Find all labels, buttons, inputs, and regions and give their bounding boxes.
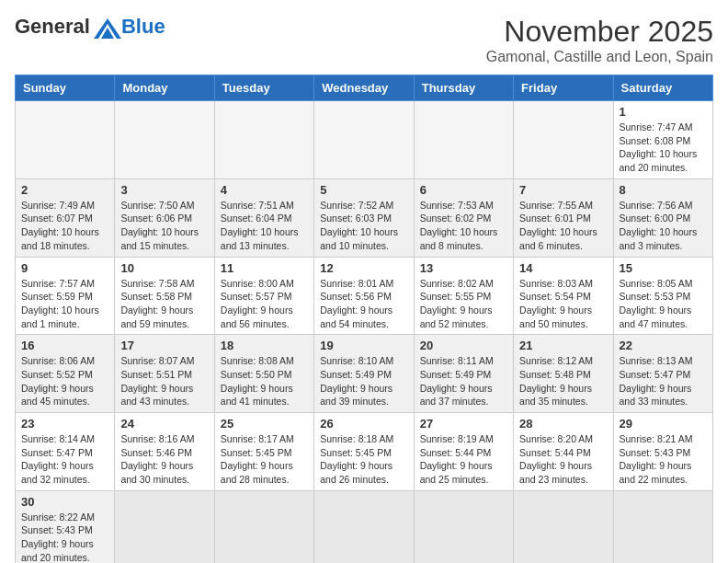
day-info: Sunrise: 8:11 AM Sunset: 5:49 PM Dayligh…: [420, 354, 507, 408]
day-number: 14: [519, 261, 607, 275]
calendar-cell: [414, 490, 513, 563]
day-info: Sunrise: 8:13 AM Sunset: 5:47 PM Dayligh…: [620, 354, 707, 408]
day-number: 24: [120, 417, 208, 431]
day-info: Sunrise: 8:14 AM Sunset: 5:47 PM Dayligh…: [21, 432, 108, 487]
day-info: Sunrise: 7:55 AM Sunset: 6:01 PM Dayligh…: [519, 199, 607, 253]
calendar-cell: 19Sunrise: 8:10 AM Sunset: 5:49 PM Dayli…: [314, 335, 414, 413]
calendar-cell: [214, 101, 313, 179]
day-info: Sunrise: 8:07 AM Sunset: 5:51 PM Dayligh…: [120, 354, 208, 408]
day-info: Sunrise: 7:56 AM Sunset: 6:00 PM Dayligh…: [620, 199, 707, 253]
calendar-table: SundayMondayTuesdayWednesdayThursdayFrid…: [15, 75, 713, 563]
day-number: 25: [221, 417, 308, 431]
calendar-cell: 23Sunrise: 8:14 AM Sunset: 5:47 PM Dayli…: [16, 413, 115, 491]
calendar-row: 1Sunrise: 7:47 AM Sunset: 6:08 PM Daylig…: [16, 101, 713, 179]
day-info: Sunrise: 8:12 AM Sunset: 5:48 PM Dayligh…: [519, 354, 607, 408]
calendar-cell: 10Sunrise: 7:58 AM Sunset: 5:58 PM Dayli…: [115, 257, 214, 335]
calendar-cell: 6Sunrise: 7:53 AM Sunset: 6:02 PM Daylig…: [414, 178, 513, 257]
calendar-cell: 17Sunrise: 8:07 AM Sunset: 5:51 PM Dayli…: [115, 335, 214, 413]
calendar-cell: 12Sunrise: 8:01 AM Sunset: 5:56 PM Dayli…: [314, 257, 414, 335]
day-number: 5: [320, 183, 407, 197]
calendar-cell: 21Sunrise: 8:12 AM Sunset: 5:48 PM Dayli…: [514, 335, 613, 413]
calendar-cell: 30Sunrise: 8:22 AM Sunset: 5:43 PM Dayli…: [16, 490, 115, 563]
day-number: 3: [120, 183, 208, 197]
calendar-cell: 20Sunrise: 8:11 AM Sunset: 5:49 PM Dayli…: [414, 335, 513, 413]
calendar-cell: 13Sunrise: 8:02 AM Sunset: 5:55 PM Dayli…: [414, 257, 513, 335]
calendar-cell: 28Sunrise: 8:20 AM Sunset: 5:44 PM Dayli…: [514, 413, 613, 491]
logo-general-text: General: [15, 15, 90, 39]
calendar-cell: 24Sunrise: 8:16 AM Sunset: 5:46 PM Dayli…: [115, 413, 214, 491]
calendar-cell: 27Sunrise: 8:19 AM Sunset: 5:44 PM Dayli…: [414, 413, 513, 491]
weekday-header: Monday: [115, 75, 214, 101]
day-number: 1: [620, 105, 707, 119]
day-number: 27: [420, 417, 507, 431]
day-info: Sunrise: 7:58 AM Sunset: 5:58 PM Dayligh…: [120, 277, 208, 331]
title-area: November 2025 Gamonal, Castille and Leon…: [486, 15, 713, 65]
day-number: 12: [320, 261, 407, 275]
day-number: 9: [21, 261, 108, 275]
day-info: Sunrise: 8:05 AM Sunset: 5:53 PM Dayligh…: [620, 277, 707, 331]
calendar-cell: 22Sunrise: 8:13 AM Sunset: 5:47 PM Dayli…: [613, 335, 712, 413]
calendar-cell: 1Sunrise: 7:47 AM Sunset: 6:08 PM Daylig…: [613, 101, 712, 179]
day-number: 16: [21, 339, 108, 352]
logo-blue-text: Blue: [121, 15, 165, 39]
calendar-cell: [16, 101, 115, 179]
day-number: 22: [620, 339, 707, 352]
day-number: 23: [21, 417, 108, 431]
calendar-cell: 7Sunrise: 7:55 AM Sunset: 6:01 PM Daylig…: [514, 178, 613, 257]
day-number: 26: [320, 417, 407, 431]
day-number: 19: [320, 339, 407, 352]
calendar-cell: 5Sunrise: 7:52 AM Sunset: 6:03 PM Daylig…: [314, 178, 414, 257]
day-info: Sunrise: 8:16 AM Sunset: 5:46 PM Dayligh…: [120, 432, 208, 487]
weekday-header: Wednesday: [314, 75, 414, 101]
calendar-cell: 25Sunrise: 8:17 AM Sunset: 5:45 PM Dayli…: [214, 413, 313, 491]
weekday-header: Tuesday: [214, 75, 313, 101]
calendar-cell: 9Sunrise: 7:57 AM Sunset: 5:59 PM Daylig…: [16, 257, 115, 335]
calendar-cell: [314, 101, 414, 179]
day-number: 29: [620, 417, 707, 431]
weekday-header: Friday: [514, 75, 613, 101]
calendar-cell: [115, 101, 214, 179]
calendar-cell: 2Sunrise: 7:49 AM Sunset: 6:07 PM Daylig…: [16, 178, 115, 257]
calendar-cell: 26Sunrise: 8:18 AM Sunset: 5:45 PM Dayli…: [314, 413, 414, 491]
day-number: 21: [519, 339, 607, 352]
day-number: 8: [620, 183, 707, 197]
day-info: Sunrise: 8:01 AM Sunset: 5:56 PM Dayligh…: [320, 277, 407, 331]
calendar-row: 16Sunrise: 8:06 AM Sunset: 5:52 PM Dayli…: [16, 335, 713, 413]
calendar-row: 30Sunrise: 8:22 AM Sunset: 5:43 PM Dayli…: [16, 490, 713, 563]
calendar-cell: [613, 490, 712, 563]
day-info: Sunrise: 8:02 AM Sunset: 5:55 PM Dayligh…: [420, 277, 507, 331]
calendar-row: 23Sunrise: 8:14 AM Sunset: 5:47 PM Dayli…: [16, 413, 713, 491]
calendar-cell: 3Sunrise: 7:50 AM Sunset: 6:06 PM Daylig…: [115, 178, 214, 257]
day-number: 18: [221, 339, 308, 352]
calendar-cell: 4Sunrise: 7:51 AM Sunset: 6:04 PM Daylig…: [214, 178, 313, 257]
weekday-header: Sunday: [16, 75, 115, 101]
day-number: 13: [420, 261, 507, 275]
day-info: Sunrise: 7:50 AM Sunset: 6:06 PM Dayligh…: [120, 199, 208, 253]
calendar-cell: 14Sunrise: 8:03 AM Sunset: 5:54 PM Dayli…: [514, 257, 613, 335]
day-number: 15: [620, 261, 707, 275]
day-info: Sunrise: 7:51 AM Sunset: 6:04 PM Dayligh…: [221, 199, 308, 253]
calendar-cell: [514, 101, 613, 179]
day-info: Sunrise: 8:19 AM Sunset: 5:44 PM Dayligh…: [420, 432, 507, 487]
calendar-cell: 8Sunrise: 7:56 AM Sunset: 6:00 PM Daylig…: [613, 178, 712, 257]
location-title: Gamonal, Castille and Leon, Spain: [486, 49, 713, 65]
calendar-cell: 18Sunrise: 8:08 AM Sunset: 5:50 PM Dayli…: [214, 335, 313, 413]
calendar-cell: [214, 490, 313, 563]
day-number: 28: [519, 417, 607, 431]
weekday-header: Saturday: [613, 75, 712, 101]
day-number: 11: [221, 261, 308, 275]
day-number: 20: [420, 339, 507, 352]
logo: General Blue: [15, 15, 165, 39]
day-number: 2: [21, 183, 108, 197]
weekday-header: Thursday: [414, 75, 513, 101]
page-header: General Blue November 2025 Gamonal, Cast…: [15, 15, 713, 65]
calendar-row: 9Sunrise: 7:57 AM Sunset: 5:59 PM Daylig…: [16, 257, 713, 335]
day-info: Sunrise: 8:06 AM Sunset: 5:52 PM Dayligh…: [21, 354, 108, 408]
logo-icon: [94, 18, 121, 39]
calendar-cell: 11Sunrise: 8:00 AM Sunset: 5:57 PM Dayli…: [214, 257, 313, 335]
day-info: Sunrise: 8:18 AM Sunset: 5:45 PM Dayligh…: [320, 432, 407, 487]
calendar-cell: 15Sunrise: 8:05 AM Sunset: 5:53 PM Dayli…: [613, 257, 712, 335]
day-info: Sunrise: 8:20 AM Sunset: 5:44 PM Dayligh…: [519, 432, 607, 487]
day-info: Sunrise: 8:08 AM Sunset: 5:50 PM Dayligh…: [221, 354, 308, 408]
calendar-cell: 16Sunrise: 8:06 AM Sunset: 5:52 PM Dayli…: [16, 335, 115, 413]
